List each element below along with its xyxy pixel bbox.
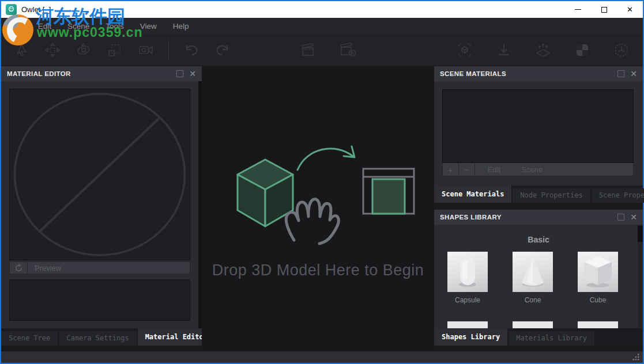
shapes-scrollbar[interactable]	[638, 225, 643, 328]
capsule-icon	[452, 255, 483, 289]
frame-object-button[interactable]	[453, 39, 476, 61]
panel-close-icon[interactable]: ✕	[630, 213, 637, 221]
explode-model-button[interactable]	[610, 39, 633, 61]
cube-icon	[238, 160, 293, 226]
toolbar	[1, 35, 643, 66]
shapes-section-title: Basic	[434, 235, 643, 244]
shape-item-cone[interactable]: Cone	[513, 252, 553, 304]
checkerboard-icon	[574, 41, 591, 59]
camera-icon	[137, 41, 155, 59]
right-lower-tabbar: Shapes Library Materials Library	[434, 328, 643, 346]
tab-shapes-library[interactable]: Shapes Library	[434, 328, 509, 346]
window-title: Owlet [_]	[21, 5, 51, 14]
render-image-button[interactable]	[296, 39, 319, 61]
shape-label: Cone	[525, 296, 541, 304]
material-properties-box	[9, 279, 190, 321]
menu-scene[interactable]: Scene	[65, 21, 92, 32]
panel-maximize-icon[interactable]	[176, 70, 183, 77]
right-upper-tabbar: Scene Materials Node Properties Scene Pr…	[434, 185, 643, 203]
cone-thumbnail[interactable]	[513, 252, 553, 292]
edit-material-button[interactable]: Edit	[488, 165, 500, 174]
menu-tools[interactable]: Tools	[103, 21, 126, 32]
tab-scene-tree[interactable]: Scene Tree	[1, 331, 59, 346]
frame-cube-icon	[456, 41, 473, 59]
shape-thumbnail-partial[interactable]	[578, 321, 618, 328]
tab-scene-properties[interactable]: Scene Properties	[592, 188, 644, 203]
remove-material-button[interactable]: −	[459, 163, 475, 176]
resize-grip-icon[interactable]	[632, 354, 639, 361]
render-animation-button[interactable]	[337, 39, 360, 61]
background-button[interactable]	[571, 39, 594, 61]
scrollbar-thumb[interactable]	[638, 226, 643, 242]
select-tool-button[interactable]	[10, 39, 33, 61]
scale-tool-button[interactable]	[103, 39, 126, 61]
capsule-thumbnail[interactable]	[447, 252, 488, 292]
hand-icon	[286, 199, 338, 244]
add-material-button[interactable]: +	[443, 163, 459, 176]
material-editor-panel: MATERIAL EDITOR ✕	[1, 66, 202, 350]
tab-node-properties[interactable]: Node Properties	[513, 188, 591, 203]
cone-icon	[517, 255, 549, 289]
tab-camera-settings[interactable]: Camera Settings	[59, 331, 137, 346]
shape-thumbnail-partial[interactable]	[447, 321, 488, 328]
undo-icon	[182, 41, 201, 59]
panel-maximize-icon[interactable]	[617, 214, 624, 221]
minimize-icon	[575, 9, 581, 10]
scene-materials-panel: SCENE MATERIALS ✕ + − Edit Scene	[434, 66, 643, 210]
shapes-library-panel: SHAPES LIBRARY ✕ Basic Capsule	[434, 210, 643, 350]
cube-thumbnail[interactable]	[578, 252, 618, 292]
clapperboard-clock-icon	[339, 41, 357, 59]
scatter-floor-button[interactable]	[532, 39, 555, 61]
close-icon: ✕	[627, 5, 633, 14]
rotate-orbit-icon	[75, 41, 92, 59]
tab-materials-library[interactable]: Materials Library	[509, 331, 596, 346]
shape-label: Cube	[590, 296, 607, 304]
panel-maximize-icon[interactable]	[617, 70, 624, 77]
shape-item-capsule[interactable]: Capsule	[447, 252, 488, 304]
close-button[interactable]: ✕	[617, 1, 643, 18]
preview-field[interactable]: Preview	[28, 261, 190, 274]
clapperboard-icon	[299, 41, 317, 59]
move-icon	[44, 41, 61, 59]
maximize-button[interactable]	[591, 1, 617, 18]
material-preview	[9, 89, 190, 260]
camera-tool-button[interactable]	[134, 39, 157, 61]
scene-materials-title: SCENE MATERIALS	[440, 70, 506, 77]
rotate-tool-button[interactable]	[72, 39, 95, 61]
menu-edit[interactable]: Edit	[36, 21, 54, 32]
drop-to-floor-button[interactable]	[492, 39, 515, 61]
undo-button[interactable]	[180, 39, 203, 61]
shape-item-cube[interactable]: Cube	[578, 252, 618, 304]
maximize-icon	[601, 7, 607, 13]
shape-thumbnail-partial[interactable]	[513, 321, 553, 328]
scene-materials-header: SCENE MATERIALS ✕	[434, 66, 643, 81]
panel-close-icon[interactable]: ✕	[189, 70, 196, 78]
viewport-drop-area[interactable]: Drop 3D Model Here to Begin	[202, 66, 434, 350]
floor-arrows-icon	[534, 41, 552, 59]
drop-model-illustration	[220, 135, 416, 248]
menu-help[interactable]: Help	[171, 21, 191, 32]
app-window-icon	[363, 169, 414, 214]
menu-file[interactable]: File	[7, 21, 24, 32]
materials-list[interactable]	[442, 89, 634, 163]
app-logo-icon	[6, 4, 17, 15]
explode-cube-icon	[613, 41, 630, 59]
left-tabbar: Scene Tree Camera Settings Material Edit…	[1, 328, 202, 346]
menu-bar: File Edit Scene Tools View Help	[1, 18, 643, 35]
scene-material-button[interactable]: Scene	[521, 165, 543, 174]
app-window: Owlet [_] ✕ File Edit Scene Tools View H…	[0, 0, 644, 364]
material-editor-content: Preview	[1, 81, 202, 328]
minimize-button[interactable]	[565, 1, 591, 18]
panel-close-icon[interactable]: ✕	[630, 70, 637, 78]
drop-hint-text: Drop 3D Model Here to Begin	[212, 261, 424, 279]
drop-floor-icon	[495, 41, 513, 59]
material-editor-title: MATERIAL EDITOR	[7, 70, 71, 77]
redo-button[interactable]	[211, 39, 234, 61]
move-tool-button[interactable]	[41, 39, 64, 61]
title-bar: Owlet [_] ✕	[1, 1, 643, 18]
tab-scene-materials[interactable]: Scene Materials	[434, 185, 513, 203]
material-editor-header: MATERIAL EDITOR ✕	[1, 66, 202, 81]
refresh-preview-button[interactable]	[9, 261, 28, 274]
scene-materials-content: + − Edit Scene	[434, 81, 643, 185]
menu-view[interactable]: View	[138, 21, 159, 32]
